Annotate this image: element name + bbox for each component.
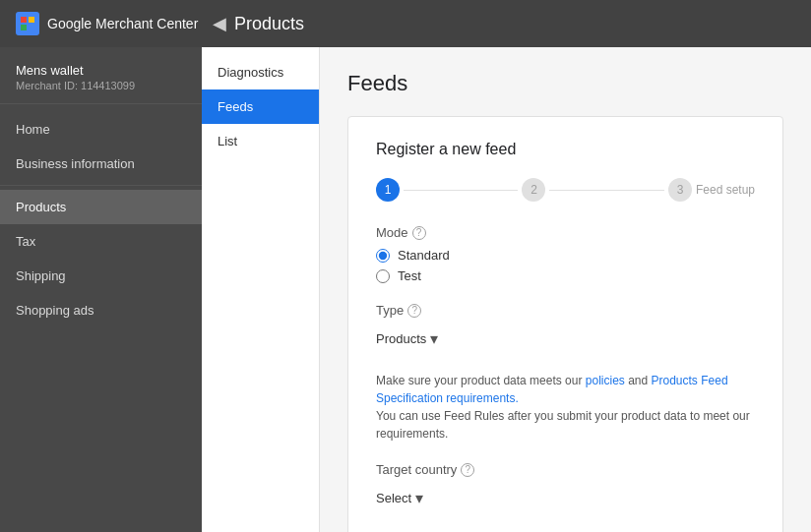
mode-standard-label: Standard [398, 248, 450, 263]
mode-test-label: Test [398, 268, 421, 283]
mode-help-icon[interactable]: ? [412, 226, 426, 240]
main-layout: Mens wallet Merchant ID: 114413099 Home … [0, 47, 811, 532]
app-logo: Google Merchant Center [16, 12, 213, 35]
mode-standard-radio[interactable] [376, 249, 390, 263]
sidebar-item-tax[interactable]: Tax [0, 224, 202, 259]
step-line-1 [404, 190, 518, 191]
sidebar-nav: Home Business information Products Tax S… [0, 104, 202, 335]
step-1-circle: 1 [376, 178, 400, 202]
stepper: 1 2 3 Feed setup [376, 178, 755, 202]
sidebar-item-shipping[interactable]: Shipping [0, 259, 202, 293]
main-content: Feeds Register a new feed 1 2 3 Feed set… [320, 47, 811, 532]
mode-label: Mode ? [376, 225, 755, 240]
sidebar-item-business-information[interactable]: Business information [0, 147, 202, 181]
account-name: Mens wallet [16, 63, 186, 78]
sidebar: Mens wallet Merchant ID: 114413099 Home … [0, 47, 202, 532]
page-title: Feeds [347, 71, 783, 96]
sub-sidebar-item-list[interactable]: List [202, 124, 319, 158]
policies-link[interactable]: policies [586, 374, 625, 387]
svg-rect-0 [21, 17, 27, 23]
mode-test-option[interactable]: Test [376, 268, 755, 283]
type-dropdown-arrow-icon: ▾ [430, 329, 438, 348]
feed-spec-link[interactable]: Products Feed Specification requirements… [376, 374, 728, 405]
target-country-dropdown[interactable]: Select ▾ [376, 485, 755, 511]
account-id: Merchant ID: 114413099 [16, 80, 186, 91]
mode-test-radio[interactable] [376, 269, 390, 283]
svg-rect-1 [29, 17, 34, 23]
app-title: Google Merchant Center [47, 16, 198, 31]
content-area: Diagnostics Feeds List Feeds Register a … [202, 47, 811, 532]
type-dropdown[interactable]: Products ▾ [376, 325, 755, 352]
step-2-circle: 2 [522, 178, 545, 202]
step-3-label: Feed setup [696, 183, 755, 197]
type-label: Type ? [376, 303, 755, 318]
topbar: Google Merchant Center ◀ Products [0, 0, 811, 47]
target-country-value: Select [376, 491, 411, 505]
step-line-2 [549, 190, 663, 191]
sidebar-collapse-icon[interactable]: ◀ [213, 13, 226, 34]
type-help-icon[interactable]: ? [407, 304, 421, 318]
card-title: Register a new feed [376, 141, 755, 158]
svg-rect-2 [21, 25, 27, 30]
step-3-circle: 3 [668, 178, 692, 202]
sidebar-item-home[interactable]: Home [0, 112, 202, 147]
sub-sidebar-item-diagnostics[interactable]: Diagnostics [202, 55, 319, 89]
account-info: Mens wallet Merchant ID: 114413099 [0, 47, 202, 104]
sidebar-divider [0, 185, 202, 186]
page-header-title: Products [234, 14, 304, 34]
type-value: Products [376, 331, 426, 346]
register-feed-card: Register a new feed 1 2 3 Feed setup Mod… [347, 116, 783, 532]
logo-icon [16, 12, 39, 35]
info-text: Make sure your product data meets our po… [376, 372, 755, 443]
target-country-help-icon[interactable]: ? [461, 463, 474, 477]
sub-sidebar: Diagnostics Feeds List [202, 47, 320, 532]
target-country-arrow-icon: ▾ [415, 489, 423, 507]
svg-rect-3 [29, 25, 34, 30]
mode-section: Mode ? Standard Test [376, 225, 755, 283]
type-section: Type ? Products ▾ [376, 303, 755, 352]
target-country-section: Target country ? Select ▾ [376, 462, 755, 511]
mode-radio-group: Standard Test [376, 248, 755, 283]
mode-standard-option[interactable]: Standard [376, 248, 755, 263]
sub-sidebar-item-feeds[interactable]: Feeds [202, 89, 319, 124]
sidebar-item-products[interactable]: Products [0, 190, 202, 224]
sidebar-item-shopping-ads[interactable]: Shopping ads [0, 293, 202, 327]
target-country-label: Target country ? [376, 462, 755, 477]
